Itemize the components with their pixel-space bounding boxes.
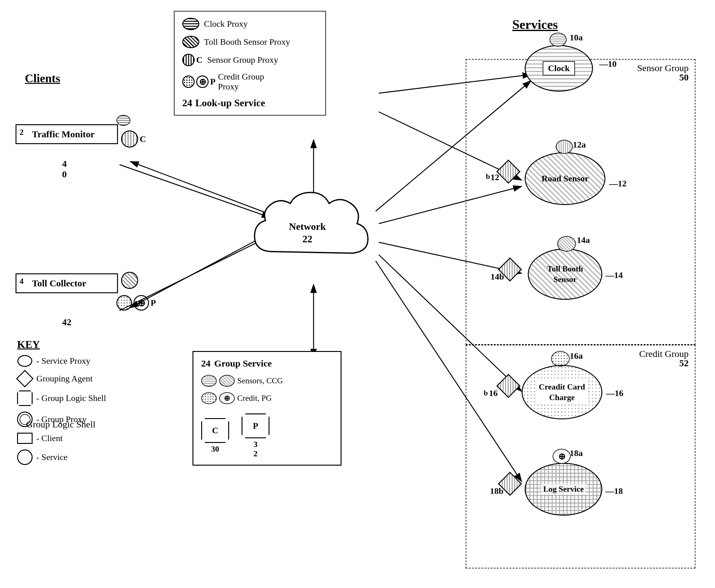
credit-card-ellipse: Creadit CardCharge [522,365,602,419]
credit-dots-icon [201,392,217,404]
key-service-label: - Service [36,452,67,462]
key-title: KEY [17,339,106,350]
road-sensor-proxy [556,140,573,154]
shell-c-container: C 30 [201,418,229,454]
key-service-proxy-label: - Service Proxy [36,356,90,366]
key-group-logic-shell-label: - Group Logic Shell [36,393,106,403]
tollbooth-sensor-proxy [557,236,576,252]
tollbooth-num-14b: 14b [491,272,504,282]
svg-text:Network: Network [289,221,326,232]
group-service-box: 24 Group Service Sensors, CCG ⊕ Credit, … [193,351,342,466]
credit-num-16b: b [484,389,488,397]
sensor-group-proxy-icon [182,54,195,66]
label-42: 42 [62,317,71,328]
clock-proxy-icon [182,18,199,30]
credit-group-proxy-label: Credit GroupProxy [218,72,264,92]
sensors-diag-icon [219,375,235,387]
log-service-label: Log Service [541,484,586,495]
group-service-num: 24 [201,358,211,369]
tollbooth-sensor-ellipse: Toll BoothSensor [528,249,602,300]
toll-collector-dots-icon [116,295,132,311]
network-cloud: Network 22 [245,183,379,286]
clock-num-10: —10 [599,59,616,69]
key-client: - Client [17,433,106,444]
tollbooth-proxy-icon [182,36,199,48]
toll-collector-plus-icon: ⊕ [133,295,149,311]
shell-c-num: 30 [201,444,229,454]
key-group-logic-shell: - Group Logic Shell [17,391,106,406]
clock-num-10a: 10a [570,33,583,43]
toll-collector-num: 4 [20,277,24,286]
lookup-service-label: Look-up Service [195,97,265,109]
clock-label: Clock [543,61,575,76]
legend-sensor-group-proxy: C Sensor Group Proxy [182,54,318,66]
toll-collector-diag-proxy [121,272,138,289]
road-sensor-num-end-12: —12 [609,178,627,189]
shell-p-shape: P [241,414,269,438]
road-sensor-num-12a: 12a [573,140,586,150]
credit-plus-icon: ⊕ [219,392,235,404]
credit-card-inner: Creadit CardCharge [535,380,588,405]
clients-label: Clients [25,71,60,85]
credit-num-16: 16 [489,388,498,398]
label-40: 40 [62,159,67,180]
group-logic-shell-key-label: Group Logic Shell [26,419,95,429]
log-num-18a: 18a [570,448,583,458]
key-service-proxy-icon [17,355,32,367]
key-service-proxy: - Service Proxy [17,355,106,367]
sensors-ccg-label: Sensors, CCG [237,376,283,385]
services-label: Services [512,17,558,32]
diagram-container: Clock Proxy Toll Booth Sensor Proxy C Se… [0,0,715,588]
credit-proxy-plus-icon: ⊕ [196,76,209,88]
toll-collector-box: 4 Toll Collector [16,273,118,293]
key-grouping-agent-label: Grouping Agent [36,374,92,384]
group-service-header: 24 Group Service [201,358,333,369]
clock-proxy-label: Clock Proxy [204,19,248,29]
tollbooth-sensor-label: Toll BoothSensor [547,264,583,285]
traffic-monitor-proxy-icon [121,130,138,148]
traffic-monitor-proxy: C [121,130,146,148]
credit-group-label: Credit Group [639,349,689,359]
clock-ellipse: Clock [525,45,593,92]
log-service-proxy: ⊕ [552,449,571,464]
road-sensor-label: Road Sensor [541,174,589,184]
traffic-monitor-name: Traffic Monitor [32,129,95,139]
key-grouping-agent-icon [16,370,34,387]
road-sensor-ellipse: Road Sensor [525,152,605,205]
sensor-group-label: Sensor Group [637,63,689,73]
sensor-group-proxy-label: Sensor Group Proxy [207,55,278,65]
key-group-logic-shell-icon [17,391,32,406]
key-service-icon [17,449,32,465]
shells-row: C 30 P 32 [201,414,333,459]
key-client-icon [17,433,32,444]
shell-p-container: P 32 [241,414,269,459]
log-num-18: —18 [605,486,623,496]
sensors-horiz-icon [201,375,217,387]
tollbooth-num-14a: 14a [577,235,590,245]
credit-num-16-end: —16 [606,388,623,398]
group-service-label: Group Service [214,358,272,369]
legend-tollbooth-proxy: Toll Booth Sensor Proxy [182,36,318,48]
key-grouping-agent: Grouping Agent [17,373,106,385]
credit-card-label: Creadit CardCharge [539,382,585,402]
road-sensor-num-12: 12 [491,172,499,182]
tollbooth-num-14: —14 [605,270,623,280]
credit-num-16a: 16a [570,351,583,361]
credit-card-proxy [551,351,570,366]
key-section: KEY - Service Proxy Grouping Agent - Gro… [17,339,106,470]
log-num-18b: 18b [490,486,503,496]
clock-proxy-small [549,33,567,47]
svg-text:22: 22 [302,233,312,245]
credit-pg-row: ⊕ Credit, PG [201,392,333,404]
legend-credit-group-proxy: ⊕ P Credit GroupProxy [182,72,318,92]
traffic-monitor-num: 2 [20,128,24,137]
shell-p-num: 32 [241,440,269,459]
toll-collector-name: Toll Collector [32,278,86,288]
toll-collector-credit-proxy: ⊕ P [116,295,156,311]
key-client-label: - Client [36,433,63,443]
credit-proxy-dots-icon [182,76,195,88]
sensors-ccg-row: Sensors, CCG [201,375,333,387]
traffic-monitor-box: 2 Traffic Monitor [16,124,118,144]
key-service: - Service [17,449,106,465]
sensor-group-num: 50 [679,72,689,83]
